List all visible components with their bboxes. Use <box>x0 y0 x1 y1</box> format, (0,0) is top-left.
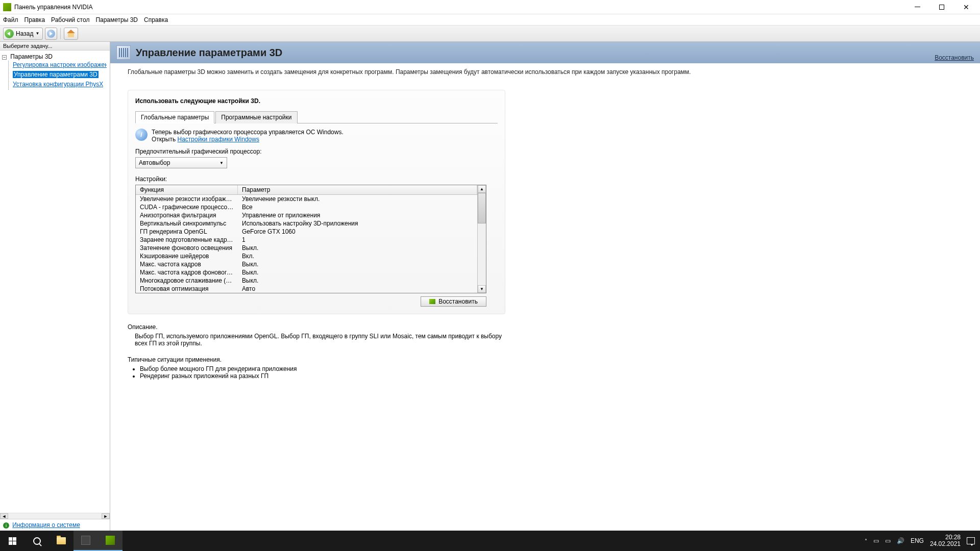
app-icon <box>81 536 90 545</box>
grid-row[interactable]: ГП рендеринга OpenGLGeForce GTX 1060 <box>136 228 477 236</box>
grid-row[interactable]: Вертикальный синхроимпульсИспользовать н… <box>136 219 477 228</box>
menu-edit[interactable]: Правка <box>24 16 45 23</box>
page-header: Управление параметрами 3D Восстановить <box>110 42 980 63</box>
nav-forward-button[interactable] <box>45 28 57 40</box>
action-center-icon[interactable] <box>967 537 975 544</box>
battery-icon[interactable]: ▭ <box>873 537 879 544</box>
pref-gpu-combo[interactable]: Автовыбор ▼ <box>135 157 227 168</box>
scroll-track[interactable] <box>478 223 486 285</box>
menu-desktop[interactable]: Рабочий стол <box>51 16 89 23</box>
grid-cell-feature: Потоковая оптимизация <box>136 285 238 293</box>
windows-icon <box>9 537 16 545</box>
maximize-button[interactable] <box>934 1 949 13</box>
grid-row[interactable]: Потоковая оптимизацияАвто <box>136 285 477 293</box>
taskbar-app-1[interactable] <box>74 531 98 551</box>
taskbar-search[interactable] <box>24 531 49 551</box>
grid-row[interactable]: CUDA - графические процессорыВсе <box>136 203 477 211</box>
tree-collapse-icon[interactable]: − <box>2 55 7 60</box>
tree-root-label[interactable]: Параметры 3D <box>10 53 53 60</box>
usage-item: Рендеринг разных приложений на разных ГП <box>140 372 963 380</box>
grid-row[interactable]: Анизотропная фильтрацияУправление от при… <box>136 211 477 219</box>
tree-item-physx[interactable]: Установка конфигурации PhysX <box>13 81 103 88</box>
page-title: Управление параметрами 3D <box>136 47 282 59</box>
description-body: Выбор ГП, используемого приложениями Ope… <box>135 333 502 347</box>
grid-row[interactable]: Увеличение резкости изображенияУвеличени… <box>136 195 477 203</box>
scroll-up-icon[interactable]: ▲ <box>478 185 486 193</box>
sysinfo-row: i Информация о системе <box>0 519 110 531</box>
page-header-icon <box>116 45 131 60</box>
grid-cell-feature: Макс. частота кадров фонового прилож... <box>136 268 238 277</box>
usage-list: Выбор более мощного ГП для рендеринга пр… <box>140 365 963 380</box>
grid-cell-param: Вкл. <box>238 252 477 260</box>
grid-cell-feature: Макс. частота кадров <box>136 260 238 268</box>
scroll-left-icon[interactable]: ◄ <box>0 513 8 519</box>
sysinfo-link[interactable]: Информация о системе <box>12 521 80 529</box>
network-icon[interactable]: ▭ <box>885 537 891 544</box>
grid-cell-feature: Кэширование шейдеров <box>136 252 238 260</box>
usage-item: Выбор более мощного ГП для рендеринга пр… <box>140 365 963 372</box>
menu-help[interactable]: Справка <box>144 16 168 23</box>
scroll-right-icon[interactable]: ► <box>102 513 110 519</box>
taskbar-nvidia[interactable] <box>98 531 122 551</box>
tab-global[interactable]: Глобальные параметры <box>135 111 214 123</box>
info-icon: i <box>135 129 148 141</box>
col-param[interactable]: Параметр <box>238 185 477 194</box>
menu-file[interactable]: Файл <box>3 16 18 23</box>
grid-row[interactable]: Заранее подготовленные кадры виртуа...1 <box>136 236 477 244</box>
close-button[interactable]: ✕ <box>959 1 974 13</box>
grid-cell-param: Увеличение резкости выкл. <box>238 195 477 203</box>
tree-item-adjust-image[interactable]: Регулировка настроек изображения с п <box>13 61 107 68</box>
grid-row[interactable]: Затенение фонового освещенияВыкл. <box>136 244 477 252</box>
grid-row[interactable]: Макс. частота кадров фонового прилож...В… <box>136 268 477 277</box>
restore-defaults-link[interactable]: Восстановить <box>935 54 974 61</box>
usage-title: Типичные ситуации применения. <box>128 356 963 363</box>
settings-grid-label: Настройки: <box>135 176 498 183</box>
menu-params3d[interactable]: Параметры 3D <box>95 16 138 23</box>
grid-header: Функция Параметр <box>136 185 477 195</box>
taskbar: ˄ ▭ ▭ 🔊 ENG 20:28 24.02.2021 <box>0 531 980 551</box>
grid-cell-param: GeForce GTX 1060 <box>238 228 477 236</box>
scroll-thumb[interactable] <box>478 193 486 223</box>
grid-cell-param: Использовать настройку 3D-приложения <box>238 219 477 228</box>
tree-item-manage-3d[interactable]: Управление параметрами 3D <box>13 71 99 78</box>
start-button[interactable] <box>0 531 24 551</box>
windows-graphics-link[interactable]: Настройки графики Windows <box>177 136 259 143</box>
grid-cell-param: Управление от приложения <box>238 211 477 219</box>
arrow-right-icon <box>47 30 55 38</box>
clock-date: 24.02.2021 <box>930 541 961 547</box>
tab-program[interactable]: Программные настройки <box>215 111 297 123</box>
grid-cell-feature: Анизотропная фильтрация <box>136 211 238 219</box>
nav-home-button[interactable] <box>64 28 78 40</box>
volume-icon[interactable]: 🔊 <box>897 537 904 544</box>
nvidia-chip-icon <box>429 299 435 304</box>
col-feature[interactable]: Функция <box>136 185 238 194</box>
folder-icon <box>57 537 66 544</box>
restore-button[interactable]: Восстановить <box>421 296 486 307</box>
scroll-down-icon[interactable]: ▼ <box>478 285 486 293</box>
grid-vscroll[interactable]: ▲ ▼ <box>477 185 486 293</box>
grid-cell-param: Выкл. <box>238 244 477 252</box>
grid-row[interactable]: Кэширование шейдеровВкл. <box>136 252 477 260</box>
grid-cell-param: Авто <box>238 285 477 293</box>
taskbar-clock[interactable]: 20:28 24.02.2021 <box>930 534 961 547</box>
sidebar: Выберите задачу... − Параметры 3D Регули… <box>0 42 110 531</box>
taskbar-explorer[interactable] <box>49 531 74 551</box>
nav-back-button[interactable]: Назад ▼ <box>3 28 43 40</box>
sidebar-hscroll[interactable]: ◄ ► <box>0 513 110 519</box>
pref-gpu-label: Предпочтительный графический процессор: <box>135 148 498 155</box>
grid-row[interactable]: Многокадровое сглаживание (MFAA)Выкл. <box>136 277 477 285</box>
arrow-left-icon <box>5 29 14 38</box>
grid-cell-feature: CUDA - графические процессоры <box>136 203 238 211</box>
window-title: Панель управления NVIDIA <box>14 4 910 11</box>
grid-cell-feature: Затенение фонового освещения <box>136 244 238 252</box>
minimize-button[interactable] <box>910 1 925 13</box>
nav-toolbar: Назад ▼ <box>0 26 980 42</box>
titlebar: Панель управления NVIDIA ✕ <box>0 0 980 14</box>
settings-grid: Функция Параметр Увеличение резкости изо… <box>135 185 486 293</box>
tray-overflow-icon[interactable]: ˄ <box>865 538 867 544</box>
language-indicator[interactable]: ENG <box>911 537 924 544</box>
info-icon: i <box>3 522 9 529</box>
task-tree: − Параметры 3D Регулировка настроек изоб… <box>0 51 110 513</box>
grid-row[interactable]: Макс. частота кадровВыкл. <box>136 260 477 268</box>
scroll-track[interactable] <box>8 513 102 519</box>
